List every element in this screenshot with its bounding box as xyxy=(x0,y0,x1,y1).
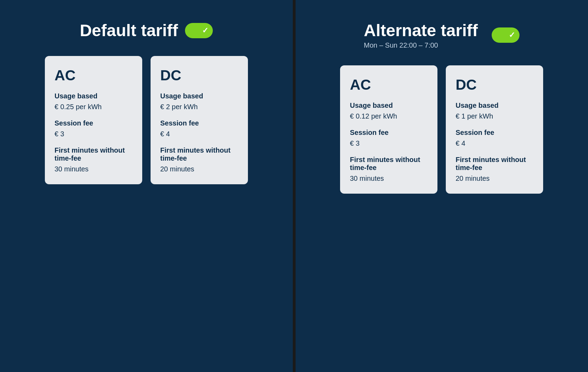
default-ac-session-label: Session fee xyxy=(55,119,132,127)
alternate-dc-minutes-value: 20 minutes xyxy=(456,175,533,183)
default-dc-usage-value: € 2 per kWh xyxy=(160,103,238,111)
alternate-dc-usage-value: € 1 per kWh xyxy=(456,112,533,120)
checkmark-icon: ✓ xyxy=(202,27,208,34)
alternate-tariff-cards: AC Usage based € 0.12 per kWh Session fe… xyxy=(309,65,574,194)
default-ac-minutes-value: 30 minutes xyxy=(55,165,132,173)
default-dc-session-label: Session fee xyxy=(160,119,238,127)
checkmark-icon-alt: ✓ xyxy=(509,31,515,39)
default-dc-card: DC Usage based € 2 per kWh Session fee €… xyxy=(151,56,248,184)
alternate-ac-session-label: Session fee xyxy=(350,129,428,137)
alternate-tariff-section: Alternate tariff Mon – Sun 22:00 – 7:00 … xyxy=(296,0,588,372)
default-tariff-cards: AC Usage based € 0.25 per kWh Session fe… xyxy=(14,56,279,184)
default-dc-minutes-value: 20 minutes xyxy=(160,165,238,173)
alternate-ac-usage-label: Usage based xyxy=(350,102,428,110)
alternate-tariff-header: Alternate tariff Mon – Sun 22:00 – 7:00 … xyxy=(309,21,574,51)
alternate-ac-type: AC xyxy=(350,76,428,93)
section-divider xyxy=(293,0,296,372)
default-tariff-header: Default tariff ✓ xyxy=(14,21,279,42)
default-ac-usage-label: Usage based xyxy=(55,92,132,100)
alternate-tariff-title: Alternate tariff xyxy=(364,21,478,40)
default-ac-usage-value: € 0.25 per kWh xyxy=(55,103,132,111)
alternate-tariff-subtitle: Mon – Sun 22:00 – 7:00 xyxy=(364,41,438,49)
alternate-ac-minutes-label: First minutes without time-fee xyxy=(350,156,428,172)
alternate-dc-minutes-label: First minutes without time-fee xyxy=(456,156,533,172)
default-dc-usage-label: Usage based xyxy=(160,92,238,100)
default-tariff-title: Default tariff xyxy=(80,21,178,40)
alternate-ac-minutes-value: 30 minutes xyxy=(350,175,428,183)
default-tariff-toggle[interactable]: ✓ xyxy=(185,23,213,38)
toggle-knob-alt: ✓ xyxy=(506,29,518,41)
alternate-dc-usage-label: Usage based xyxy=(456,102,533,110)
alternate-dc-session-value: € 4 xyxy=(456,139,533,147)
default-dc-type: DC xyxy=(160,67,238,84)
page-wrapper: Default tariff ✓ AC Usage based € 0.25 p… xyxy=(0,0,588,372)
alternate-dc-card: DC Usage based € 1 per kWh Session fee €… xyxy=(446,65,543,194)
alternate-dc-type: DC xyxy=(456,76,533,93)
default-dc-session-value: € 4 xyxy=(160,130,238,138)
default-tariff-title-row: Default tariff ✓ xyxy=(80,21,213,40)
default-ac-session-value: € 3 xyxy=(55,130,132,138)
alternate-ac-card: AC Usage based € 0.12 per kWh Session fe… xyxy=(340,65,437,194)
alternate-tariff-title-row: Alternate tariff Mon – Sun 22:00 – 7:00 … xyxy=(364,21,519,49)
toggle-knob: ✓ xyxy=(199,24,211,37)
alternate-tariff-toggle[interactable]: ✓ xyxy=(492,27,519,43)
alternate-ac-usage-value: € 0.12 per kWh xyxy=(350,112,428,120)
alternate-ac-session-value: € 3 xyxy=(350,139,428,147)
default-ac-minutes-label: First minutes without time-fee xyxy=(55,146,132,162)
default-ac-card: AC Usage based € 0.25 per kWh Session fe… xyxy=(45,56,142,184)
default-tariff-section: Default tariff ✓ AC Usage based € 0.25 p… xyxy=(0,0,293,372)
default-dc-minutes-label: First minutes without time-fee xyxy=(160,146,238,162)
default-ac-type: AC xyxy=(55,67,132,84)
alternate-dc-session-label: Session fee xyxy=(456,129,533,137)
